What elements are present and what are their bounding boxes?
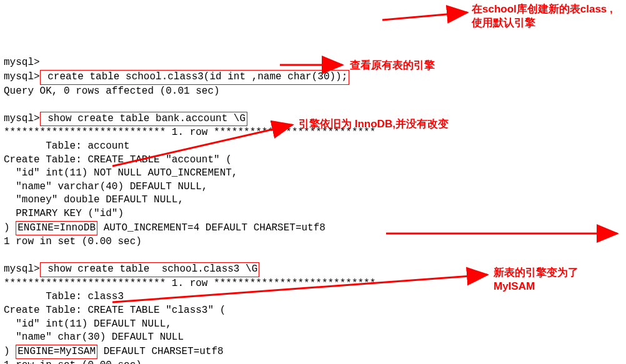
prompt-line: mysql> (4, 263, 40, 275)
prompt-line: mysql> (4, 57, 40, 68)
output-line: *************************** 1. row *****… (4, 278, 375, 289)
command-box-1: create table school.class3(id int ,name … (40, 70, 350, 85)
annotation-3: 引擎依旧为 InnoDB,并没有改变 (299, 117, 449, 131)
annotation-4: 新表的引擎变为了MyISAM (494, 266, 619, 293)
engine-innodb-box: ENGINE=InnoDB (16, 221, 97, 236)
output-line: Table: account (4, 140, 130, 152)
output-line: "money" double DEFAULT NULL, (4, 194, 184, 205)
output-line: 1 row in set (0.00 sec) (4, 360, 142, 364)
output-line: ) (4, 222, 16, 234)
terminal-output: mysql> mysql> create table school.class3… (4, 56, 626, 364)
output-line: AUTO_INCREMENT=4 DEFAULT CHARSET=utf8 (97, 222, 325, 234)
annotation-1: 在school库创建新的表class ,使用默认引擎 (472, 2, 622, 30)
command-box-2: show create table bank.account \G (40, 112, 247, 127)
output-line: "id" int(11) DEFAULT NULL, (4, 318, 172, 330)
engine-myisam-box: ENGINE=MyISAM (16, 345, 97, 360)
output-line: Table: class3 (4, 291, 124, 302)
output-line: "name" varchar(40) DEFAULT NULL, (4, 181, 207, 192)
annotation-2: 查看原有表的引擎 (350, 59, 435, 72)
output-line: ) (4, 346, 16, 357)
output-line: DEFAULT CHARSET=utf8 (97, 346, 224, 357)
prompt-line: mysql> (4, 113, 40, 124)
output-line: Create Table: CREATE TABLE "account" ( (4, 154, 232, 165)
output-line: Query OK, 0 rows affected (0.01 sec) (4, 86, 220, 97)
output-line: 1 row in set (0.00 sec) (4, 236, 142, 247)
output-line: "name" char(30) DEFAULT NULL (4, 332, 184, 343)
prompt-line: mysql> (4, 71, 40, 82)
command-box-3: show create table school.class3 \G (40, 262, 260, 277)
output-line: "id" int(11) NOT NULL AUTO_INCREMENT, (4, 167, 237, 179)
output-line: Create Table: CREATE TABLE "class3" ( (4, 305, 226, 316)
arrow-icon (382, 12, 467, 20)
output-line: PRIMARY KEY ("id") (4, 208, 124, 219)
